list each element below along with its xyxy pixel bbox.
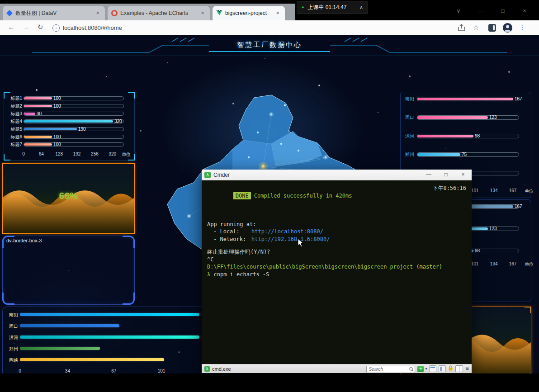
axis-tick: 64 bbox=[39, 151, 44, 156]
bar-label: 西峡 bbox=[3, 358, 18, 363]
tab-close-icon[interactable]: × bbox=[94, 9, 101, 17]
window-maximize-icon[interactable]: □ bbox=[498, 8, 507, 14]
bar bbox=[24, 143, 52, 146]
bar bbox=[24, 97, 52, 99]
bar bbox=[20, 347, 100, 350]
axis-unit: 单位 bbox=[525, 188, 534, 194]
refresh-button[interactable]: ↻ bbox=[35, 23, 45, 31]
bar-label: 标题3 bbox=[8, 111, 22, 116]
left-bar-chart-panel: 标题1100标题2100标题340标题4320标题5190标题6100标题710… bbox=[4, 92, 135, 161]
tab-close-icon[interactable]: × bbox=[199, 9, 206, 17]
favorite-star-icon[interactable]: ☆ bbox=[473, 24, 479, 32]
bar-row: 郑州75 bbox=[403, 152, 530, 157]
lock-icon[interactable] bbox=[448, 365, 453, 373]
bar bbox=[417, 98, 513, 100]
axis-tick: 128 bbox=[55, 151, 63, 156]
terminal-menu-icon[interactable]: ≡ bbox=[465, 366, 469, 372]
bar-value: 98 bbox=[475, 248, 480, 253]
console-list-icon[interactable] bbox=[429, 365, 436, 372]
bar-label: 标题5 bbox=[8, 127, 22, 132]
terminal-statusbar: λ cmd.exe + ▾ ≡ bbox=[202, 364, 472, 373]
overlay-chevron-down-icon[interactable]: ∨ bbox=[454, 8, 463, 14]
bar bbox=[20, 313, 199, 316]
tab-close-icon[interactable]: × bbox=[274, 9, 281, 17]
mouse-cursor bbox=[298, 238, 305, 248]
bar-label: 南阳 bbox=[403, 96, 414, 101]
bar-value: 100 bbox=[53, 134, 61, 139]
done-badge: DONE bbox=[233, 192, 251, 200]
terminal-maximize-button[interactable]: □ bbox=[437, 170, 454, 180]
bar bbox=[20, 358, 164, 361]
bar-value: 123 bbox=[489, 226, 497, 231]
tab-echarts[interactable]: Examples - Apache ECharts × bbox=[108, 6, 210, 20]
axis-tick: 167 bbox=[509, 261, 517, 266]
share-icon[interactable] bbox=[458, 24, 465, 33]
new-console-button[interactable]: + bbox=[417, 366, 424, 372]
vue-favicon bbox=[216, 10, 222, 16]
tab-datav[interactable]: 数量柱图 | DataV × bbox=[3, 6, 105, 20]
compile-message: Compiled successfully in 420ms bbox=[254, 193, 352, 199]
axis-tick: 0 bbox=[19, 368, 21, 373]
git-branch: (master) bbox=[416, 264, 442, 270]
terminate-question: 终止批处理操作吗(Y/N)? bbox=[207, 248, 466, 256]
recording-timer: 上课中 01:14:47 bbox=[307, 4, 356, 11]
terminal-search-input[interactable] bbox=[366, 366, 415, 373]
search-icon bbox=[409, 365, 414, 373]
url-field[interactable]: localhost:8080/#/home bbox=[63, 24, 122, 31]
terminal-search bbox=[366, 364, 415, 373]
local-url[interactable]: http://localhost:8080/ bbox=[251, 228, 323, 235]
x-axis: 064128192256320单位 bbox=[4, 151, 134, 157]
profile-avatar[interactable] bbox=[503, 23, 512, 33]
typed-command: cnpm i echarts -S bbox=[213, 271, 269, 278]
letterbox-bottom bbox=[0, 373, 539, 392]
browser-menu-icon[interactable]: ⋮ bbox=[519, 24, 525, 31]
bar-row: 漯河98 bbox=[403, 134, 530, 138]
bar-label: 标题4 bbox=[8, 119, 22, 124]
cmd-tab-label[interactable]: cmd.exe bbox=[212, 366, 231, 372]
bar bbox=[24, 105, 52, 107]
tab-bigscreen-project[interactable]: bigscreen-project × bbox=[213, 6, 285, 20]
bar-value: 75 bbox=[462, 152, 467, 157]
liquid-fill-panel: 66% bbox=[2, 163, 135, 234]
terminal-minimize-button[interactable]: — bbox=[420, 170, 437, 180]
tab-bar: 数量柱图 | DataV × Examples - Apache ECharts… bbox=[0, 4, 539, 20]
terminal-titlebar[interactable]: λ Cmder — □ × bbox=[202, 170, 472, 180]
terminal-close-button[interactable]: × bbox=[454, 170, 472, 180]
cwd-path: D:\FF\files\course\public\bigScreen\bigs… bbox=[207, 264, 413, 270]
axis-tick: 0 bbox=[22, 151, 25, 156]
axis-tick: 101 bbox=[158, 368, 165, 373]
bar-row: 标题4320 bbox=[8, 119, 133, 123]
bar-label: 漯河 bbox=[3, 335, 18, 340]
bar-row: 标题7100 bbox=[8, 142, 133, 146]
axis-unit: 单位 bbox=[525, 261, 534, 268]
axis-tick: 320 bbox=[109, 151, 116, 156]
bar-value: 100 bbox=[53, 104, 61, 109]
dashboard-title: 智慧工厂数据中心 bbox=[237, 41, 302, 49]
chevron-up-icon[interactable]: ∧ bbox=[359, 5, 363, 10]
axis-tick: 34 bbox=[65, 368, 70, 373]
recording-dot-icon: ● bbox=[302, 5, 304, 9]
window-minimize-icon[interactable]: — bbox=[476, 8, 485, 14]
border-box-label: dv-border-box-3 bbox=[6, 238, 42, 243]
panel-view-icon[interactable] bbox=[439, 365, 446, 372]
axis-tick: 167 bbox=[509, 188, 517, 193]
site-info-icon[interactable]: i bbox=[52, 24, 60, 32]
forward-button[interactable]: → bbox=[21, 23, 31, 31]
bar-row: 标题2100 bbox=[8, 104, 133, 108]
network-url[interactable]: http://192.168.1.6:8080/ bbox=[251, 236, 330, 242]
bar-value: 100 bbox=[53, 96, 61, 101]
bar-row: 南阳167 bbox=[403, 97, 530, 101]
back-button[interactable]: ← bbox=[6, 23, 16, 31]
window-close-icon[interactable]: × bbox=[520, 8, 529, 14]
bar-label: 标题2 bbox=[8, 104, 22, 109]
split-screen-icon[interactable] bbox=[488, 24, 496, 32]
bar bbox=[417, 135, 473, 137]
bar bbox=[24, 128, 77, 130]
axis-tick: 134 bbox=[490, 188, 498, 193]
axis-tick: 101 bbox=[471, 261, 479, 266]
axis-tick: 256 bbox=[91, 151, 99, 156]
new-console-dropdown-icon[interactable]: ▾ bbox=[425, 367, 427, 371]
split-view-icon[interactable] bbox=[455, 365, 463, 372]
bar-value: 40 bbox=[37, 111, 42, 116]
screen-recording-pill[interactable]: ● 上课中 01:14:47 ∧ bbox=[297, 1, 368, 14]
